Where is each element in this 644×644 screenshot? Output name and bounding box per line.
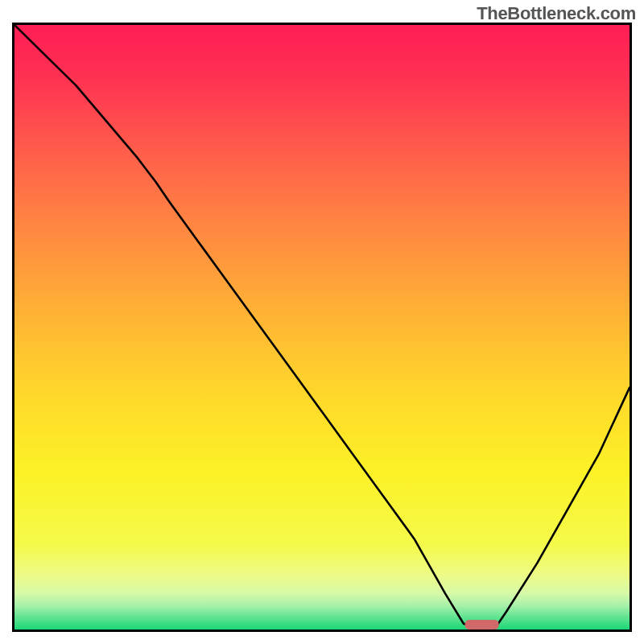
plot-frame (12, 23, 632, 632)
optimal-point[interactable] (464, 619, 501, 630)
chart-container: TheBottleneck.com (0, 0, 644, 644)
watermark-text: TheBottleneck.com (477, 3, 636, 24)
bottleneck-curve (14, 25, 630, 630)
curve-layer (14, 25, 630, 630)
